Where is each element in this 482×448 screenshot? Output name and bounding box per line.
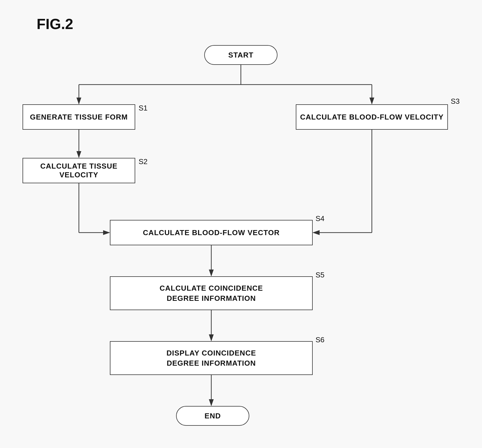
s6-label: S6 bbox=[316, 336, 325, 344]
s5-node: CALCULATE COINCIDENCE DEGREE INFORMATION bbox=[110, 276, 313, 310]
s1-text: GENERATE TISSUE FORM bbox=[30, 113, 128, 122]
s6-text: DISPLAY COINCIDENCE DEGREE INFORMATION bbox=[166, 348, 256, 368]
start-node: START bbox=[204, 45, 277, 65]
s5-text: CALCULATE COINCIDENCE DEGREE INFORMATION bbox=[159, 283, 263, 304]
s4-label: S4 bbox=[316, 214, 325, 223]
flowchart: START GENERATE TISSUE FORM S1 CALCULATE … bbox=[0, 28, 482, 445]
s5-label: S5 bbox=[316, 271, 325, 279]
start-label: START bbox=[228, 51, 254, 59]
s3-node: CALCULATE BLOOD-FLOW VELOCITY bbox=[296, 104, 448, 130]
s3-label: S3 bbox=[451, 97, 460, 106]
s2-node: CALCULATE TISSUE VELOCITY bbox=[23, 158, 135, 183]
s2-text: CALCULATE TISSUE VELOCITY bbox=[23, 162, 135, 179]
end-label: END bbox=[205, 412, 221, 420]
s4-node: CALCULATE BLOOD-FLOW VECTOR bbox=[110, 220, 313, 245]
s6-node: DISPLAY COINCIDENCE DEGREE INFORMATION bbox=[110, 341, 313, 375]
s1-label: S1 bbox=[139, 104, 148, 112]
s4-text: CALCULATE BLOOD-FLOW VECTOR bbox=[143, 228, 279, 237]
page: FIG.2 START GENERATE TISSUE FORM S1 CALC… bbox=[0, 0, 482, 448]
end-node: END bbox=[176, 406, 249, 426]
s2-label: S2 bbox=[139, 157, 148, 166]
s3-text: CALCULATE BLOOD-FLOW VELOCITY bbox=[300, 113, 443, 122]
s1-node: GENERATE TISSUE FORM bbox=[23, 104, 135, 130]
